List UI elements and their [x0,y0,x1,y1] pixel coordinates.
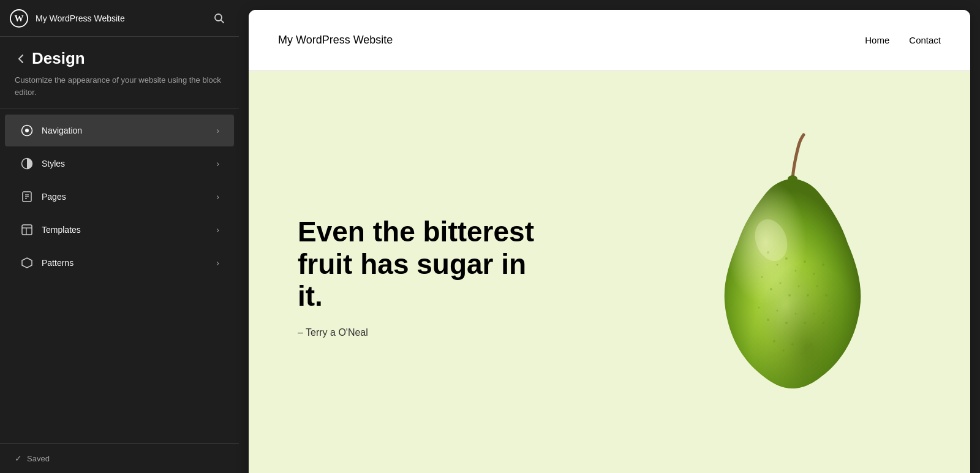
svg-point-37 [829,310,831,312]
styles-icon [20,156,34,171]
sidebar-item-patterns[interactable]: Patterns › [5,247,234,279]
svg-point-39 [783,350,785,352]
svg-point-29 [758,307,760,309]
website-nav: Home Contact [865,35,941,45]
svg-point-36 [822,322,824,324]
svg-point-21 [761,276,763,278]
templates-icon [20,222,34,237]
svg-line-3 [221,20,224,22]
svg-point-38 [773,340,775,342]
design-subtitle: Customize the appearance of your website… [15,74,224,98]
svg-point-23 [780,282,782,284]
styles-chevron-icon: › [216,159,219,168]
svg-point-26 [807,294,809,297]
svg-point-35 [813,313,815,315]
templates-chevron-icon: › [216,225,219,235]
sidebar-footer: ✓ Saved [0,443,239,473]
svg-point-19 [813,273,815,275]
sidebar: W My WordPress Website Design Customize … [0,0,239,473]
hero-text: Even the bitterest fruit has sugar in it… [298,216,555,339]
pages-chevron-icon: › [216,192,219,202]
website-nav-contact[interactable]: Contact [909,35,941,45]
svg-point-42 [810,343,812,346]
hero-section: Even the bitterest fruit has sugar in it… [249,71,970,473]
svg-text:W: W [15,13,24,23]
svg-point-34 [804,322,806,324]
pear-illustration [664,124,921,430]
svg-point-15 [777,264,778,266]
hero-attribution: – Terry a O'Neal [298,327,555,338]
sidebar-item-styles[interactable]: Styles › [5,148,234,180]
sidebar-item-pages[interactable]: Pages › [5,181,234,213]
topbar: W My WordPress Website [0,0,239,37]
templates-label: Templates [42,225,216,235]
svg-point-30 [767,319,769,321]
svg-rect-11 [22,225,32,235]
site-title: My WordPress Website [36,13,209,23]
svg-point-16 [785,257,788,260]
svg-point-18 [804,260,806,263]
design-title: Design [32,49,85,68]
svg-point-32 [785,322,788,324]
search-button[interactable] [209,9,229,28]
wp-logo: W [10,9,28,28]
svg-point-40 [791,343,794,346]
patterns-icon [20,255,34,270]
svg-point-33 [795,313,797,315]
sidebar-item-templates[interactable]: Templates › [5,214,234,246]
styles-label: Styles [42,159,216,168]
patterns-chevron-icon: › [216,258,219,268]
svg-point-22 [770,288,772,290]
website-nav-home[interactable]: Home [865,35,889,45]
patterns-label: Patterns [42,258,216,268]
pages-icon [20,189,34,204]
svg-point-27 [816,286,818,287]
sidebar-item-navigation[interactable]: Navigation › [5,115,234,146]
website-title: My WordPress Website [278,34,393,47]
pear-svg [676,130,909,424]
svg-point-28 [825,294,827,297]
saved-check-icon: ✓ [15,453,22,463]
svg-point-25 [798,286,800,287]
pages-label: Pages [42,192,216,202]
svg-point-43 [788,175,797,183]
website-header: My WordPress Website Home Contact [249,10,970,71]
saved-label: Saved [27,454,50,463]
back-button[interactable] [15,53,27,65]
svg-point-41 [801,353,803,355]
svg-point-17 [795,270,797,272]
sidebar-header: Design Customize the appearance of your … [0,37,239,108]
back-icon [15,53,27,65]
svg-point-24 [788,294,791,297]
navigation-chevron-icon: › [216,126,219,135]
sidebar-navigation: Navigation › Styles › [0,108,239,443]
svg-point-5 [25,129,29,132]
navigation-label: Navigation [42,126,216,135]
svg-point-31 [777,310,778,312]
website-preview: My WordPress Website Home Contact Even t… [249,10,970,473]
navigation-icon [20,123,34,138]
svg-point-20 [822,263,824,266]
search-icon [214,13,225,24]
hero-quote: Even the bitterest fruit has sugar in it… [298,216,555,313]
